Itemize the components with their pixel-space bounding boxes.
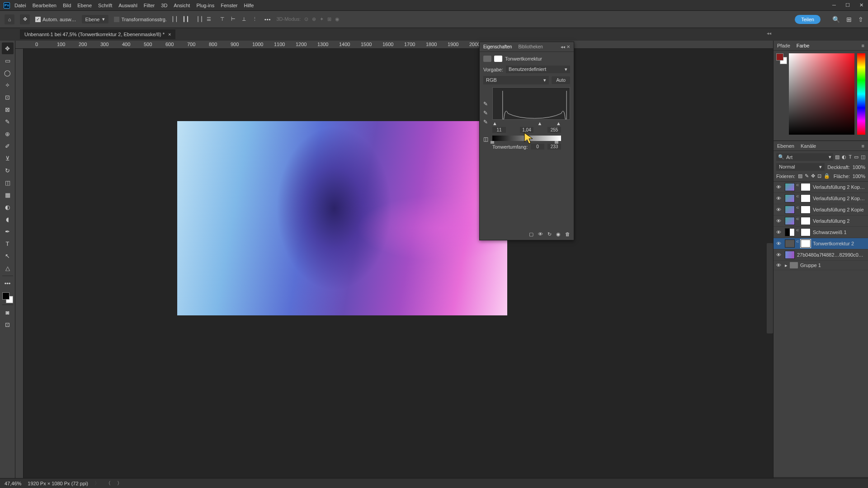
dodge-tool[interactable]: ◖ (2, 213, 14, 225)
menu-select[interactable]: Auswahl (118, 3, 137, 8)
stamp-tool[interactable]: ⊻ (2, 152, 14, 164)
search-icon[interactable]: 🔍 (832, 16, 840, 23)
gradient-tool[interactable]: ▦ (2, 189, 14, 201)
hue-slider[interactable] (857, 53, 865, 135)
collapse-dock-icon[interactable]: ◂◂ (767, 31, 771, 36)
filter-type-icon[interactable]: T (849, 154, 852, 160)
histogram-stats-icon[interactable]: ◫ (483, 136, 488, 142)
frame-tool[interactable]: ⊠ (2, 103, 14, 115)
menu-edit[interactable]: Bearbeiten (33, 3, 57, 8)
blend-mode-dropdown[interactable]: Normal▾ (776, 163, 825, 171)
visibility-icon[interactable]: 👁 (776, 218, 783, 224)
path-tool[interactable]: ↖ (2, 250, 14, 262)
workspace-icon[interactable]: ⊞ (846, 16, 852, 23)
output-high-input[interactable] (547, 144, 561, 150)
layer-target-dropdown[interactable]: Ebene▾ (82, 15, 109, 23)
visibility-icon[interactable]: 👁 (776, 241, 783, 246)
layer-row[interactable]: 👁⊂Tonwertkorrektur 2 (774, 238, 868, 249)
heal-tool[interactable]: ⊕ (2, 128, 14, 140)
histogram[interactable] (492, 87, 570, 120)
menu-plugins[interactable]: Plug-ins (196, 3, 214, 8)
tab-pfade[interactable]: Pfade (777, 43, 790, 48)
auto-select-option[interactable]: ✓Autom. ausw… (35, 17, 76, 22)
output-gradient[interactable] (492, 136, 561, 141)
home-icon[interactable]: ⌂ (5, 14, 14, 24)
menu-file[interactable]: Datei (14, 3, 26, 8)
layer-row[interactable]: 👁⊂Verlaufsfüllung 2 (774, 216, 868, 227)
menu-window[interactable]: Fenster (221, 3, 237, 8)
pen-tool[interactable]: ✒ (2, 225, 14, 237)
close-button[interactable]: ✕ (858, 2, 864, 8)
type-tool[interactable]: T (2, 238, 14, 249)
clip-icon[interactable]: ▢ (529, 231, 533, 237)
view-previous-icon[interactable]: 👁 (538, 231, 543, 237)
menu-help[interactable]: Hilfe (244, 3, 254, 8)
status-nav-left[interactable]: 〈 (106, 480, 111, 487)
trash-icon[interactable]: 🗑 (565, 231, 570, 237)
highlight-input[interactable] (547, 127, 561, 133)
maximize-button[interactable]: ☐ (844, 2, 851, 8)
panel-menu-icon[interactable]: ≡ (862, 43, 864, 48)
tab-bibliotheken[interactable]: Bibliotheken (518, 44, 542, 49)
toggle-icon[interactable]: ◉ (556, 231, 561, 237)
filter-smart-icon[interactable]: ◫ (861, 154, 865, 160)
wand-tool[interactable]: ✧ (2, 79, 14, 91)
lock-transparency-icon[interactable]: ▨ (798, 173, 802, 179)
brush-tool[interactable]: ✐ (2, 140, 14, 152)
distribute-v-icon[interactable]: ⋮ (251, 15, 259, 23)
layer-group-row[interactable]: 👁▸Gruppe 1 (774, 261, 868, 270)
history-brush-tool[interactable]: ↻ (2, 164, 14, 176)
visibility-icon[interactable]: 👁 (776, 184, 783, 190)
menu-view[interactable]: Ansicht (174, 3, 190, 8)
more-options-icon[interactable]: ••• (264, 17, 271, 22)
visibility-icon[interactable]: 👁 (776, 230, 783, 235)
document-tab[interactable]: Unbenannt-1 bei 47,5% (Tonwertkorrektur … (20, 29, 175, 39)
align-top-icon[interactable]: ⊤ (218, 15, 226, 23)
tab-eigenschaften[interactable]: Eigenschaften (483, 44, 512, 49)
reset-icon[interactable]: ↻ (547, 231, 552, 237)
align-left-icon[interactable]: ▏▏ (172, 15, 180, 23)
eyedropper-black-icon[interactable]: ✎ (483, 101, 488, 107)
lasso-tool[interactable]: ◯ (2, 67, 14, 79)
menu-image[interactable]: Bild (63, 3, 71, 8)
move-tool[interactable]: ✥ (2, 42, 14, 54)
opacity-value[interactable]: 100% (853, 164, 865, 170)
hand-tool[interactable]: ••• (2, 277, 14, 289)
eyedropper-tool[interactable]: ✎ (2, 116, 14, 127)
layers-menu-icon[interactable]: ≡ (862, 143, 864, 149)
fill-value[interactable]: 100% (853, 174, 865, 179)
layer-filter-search[interactable]: 🔍Art▾ (776, 153, 833, 161)
mini-swatch[interactable] (776, 53, 787, 64)
layer-row[interactable]: 👁⊂Verlaufsfüllung 2 Kopie 2 (774, 193, 868, 204)
crop-tool[interactable]: ⊡ (2, 91, 14, 103)
marquee-tool[interactable]: ▭ (2, 55, 14, 66)
layer-row[interactable]: 👁27b0480a7f4882…82990c0e Kopie (774, 249, 868, 261)
visibility-icon[interactable]: 👁 (776, 252, 783, 258)
saturation-field[interactable] (789, 53, 854, 135)
layer-row[interactable]: 👁⊂Schwarzweiß 1 (774, 227, 868, 238)
color-swatch[interactable] (2, 292, 13, 303)
filter-adjust-icon[interactable]: ◐ (842, 154, 846, 160)
align-right-icon[interactable]: ▕▕ (194, 15, 202, 23)
eyedropper-gray-icon[interactable]: ✎ (483, 110, 488, 116)
output-low-input[interactable] (531, 144, 544, 150)
shape-tool[interactable]: △ (2, 262, 14, 274)
lock-position-icon[interactable]: ✥ (811, 173, 815, 179)
status-nav-right[interactable]: 〉 (117, 480, 122, 487)
gamma-input[interactable] (520, 127, 533, 133)
lock-artboard-icon[interactable]: ⊡ (817, 173, 821, 179)
transform-controls-option[interactable]: Transformationsstrg. (114, 17, 166, 22)
menu-layer[interactable]: Ebene (77, 3, 92, 8)
vertical-scrollbar[interactable] (767, 243, 773, 333)
canvas[interactable] (24, 49, 773, 488)
panel-collapse-icon[interactable]: ◂◂ ✕ (561, 44, 570, 49)
blur-tool[interactable]: ◐ (2, 201, 14, 213)
share-button[interactable]: Teilen (795, 15, 821, 24)
tab-close-icon[interactable]: × (168, 32, 171, 37)
minimize-button[interactable]: ─ (831, 2, 837, 8)
filter-shape-icon[interactable]: ▭ (854, 154, 859, 160)
layer-row[interactable]: 👁⊂Verlaufsfüllung 2 Kopie 3 (774, 182, 868, 193)
lock-all-icon[interactable]: 🔒 (824, 173, 830, 179)
menu-filter[interactable]: Filter (144, 3, 155, 8)
visibility-icon[interactable]: 👁 (776, 207, 783, 212)
